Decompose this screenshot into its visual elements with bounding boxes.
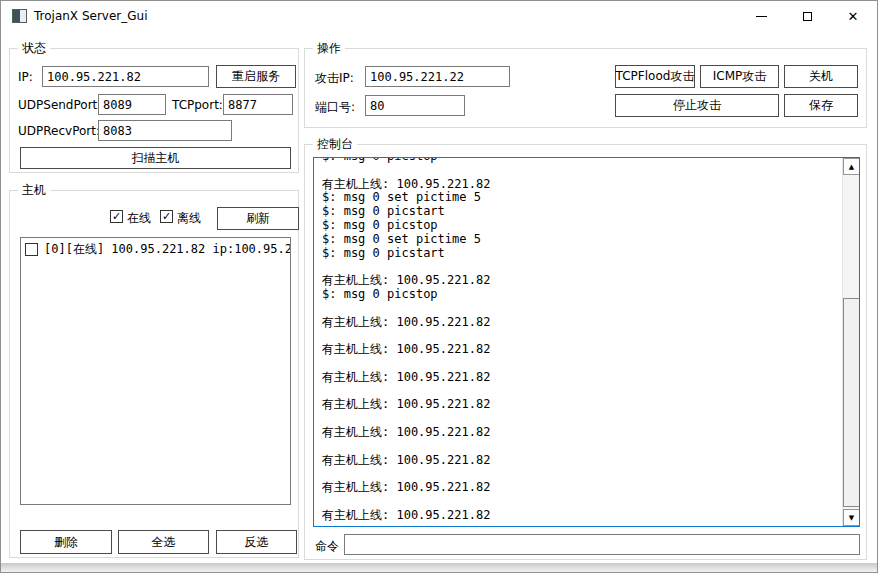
title-bar: TrojanX Server_Gui ✕	[1, 1, 877, 31]
console-line	[322, 260, 840, 274]
online-checkbox-label: 在线	[127, 210, 151, 227]
offline-checkbox[interactable]: ✓	[160, 210, 173, 223]
console-line: 有主机上线: 100.95.221.82	[322, 426, 840, 440]
save-button[interactable]: 保存	[784, 94, 858, 117]
console-line: 有主机上线: 100.95.221.82	[322, 316, 840, 330]
host-list-item[interactable]: ✓[0][在线] 100.95.221.82 ip:100.95.221.82 …	[21, 238, 290, 260]
console-line: $: msg 0 picstop	[322, 157, 840, 164]
console-line: 有主机上线: 100.95.221.82	[322, 398, 840, 412]
offline-checkbox-label: 离线	[177, 210, 201, 227]
udp-send-port-label: UDPSendPort:	[18, 98, 101, 112]
udp-recv-port-input[interactable]	[98, 120, 232, 141]
console-line: $: msg 0 picstop	[322, 219, 840, 233]
maximize-button[interactable]	[784, 2, 830, 30]
online-checkbox[interactable]: ✓	[110, 210, 123, 223]
scroll-up-icon: ▲	[849, 163, 854, 171]
minimize-icon	[756, 16, 767, 17]
delete-button[interactable]: 删除	[20, 530, 112, 554]
console-scrollbar[interactable]: ▲ ▼	[842, 158, 859, 526]
icmp-attack-button[interactable]: ICMP攻击	[700, 65, 779, 88]
console-line: $: msg 0 picstop	[322, 288, 840, 302]
command-label: 命令	[315, 538, 339, 555]
scroll-up-button[interactable]: ▲	[843, 158, 860, 175]
console-line: 有主机上线: 100.95.221.82	[322, 371, 840, 385]
hosts-group-title: 主机	[18, 182, 50, 199]
invert-selection-button[interactable]: 反选	[216, 530, 297, 554]
console-line: $: msg 0 set pictime 5	[322, 191, 840, 205]
command-input[interactable]	[344, 534, 860, 555]
stop-attack-button[interactable]: 停止攻击	[615, 94, 779, 117]
console-output[interactable]: $: msg 0 picstop 有主机上线: 100.95.221.82$: …	[313, 157, 860, 527]
console-line	[322, 440, 840, 454]
scrollbar-thumb[interactable]	[843, 298, 860, 507]
refresh-button[interactable]: 刷新	[217, 207, 299, 230]
minimize-button[interactable]	[738, 2, 784, 30]
console-line: 有主机上线: 100.95.221.82	[322, 454, 840, 468]
close-icon: ✕	[848, 10, 859, 23]
tcp-port-label: TCPport:	[172, 98, 223, 112]
udp-recv-port-label: UDPRecvPort:	[18, 124, 100, 138]
maximize-icon	[803, 12, 812, 21]
scroll-down-button[interactable]: ▼	[843, 509, 860, 526]
tcpflood-attack-button[interactable]: TCPFlood攻击	[615, 65, 695, 88]
console-line: 有主机上线: 100.95.221.82	[322, 178, 840, 192]
app-window: TrojanX Server_Gui ✕ 状态 IP: 重启服务 UDPSend…	[0, 0, 878, 573]
port-number-input[interactable]	[365, 95, 465, 116]
console-line: $: msg 0 set pictime 5	[322, 233, 840, 247]
host-item-label: [0][在线] 100.95.221.82 ip:100.95.221.82 :	[44, 241, 290, 258]
console-line	[322, 412, 840, 426]
app-icon[interactable]	[12, 9, 27, 23]
console-line: $: msg 0 picstart	[322, 247, 840, 261]
console-line: 有主机上线: 100.95.221.82	[322, 343, 840, 357]
tcp-port-input[interactable]	[223, 94, 293, 115]
status-group-title: 状态	[18, 40, 50, 57]
console-line	[322, 302, 840, 316]
console-line	[322, 467, 840, 481]
ip-label: IP:	[18, 70, 33, 84]
console-line: 有主机上线: 100.95.221.82	[322, 274, 840, 288]
select-all-button[interactable]: 全选	[118, 530, 209, 554]
console-line	[322, 329, 840, 343]
scan-hosts-button[interactable]: 扫描主机	[20, 147, 291, 169]
hosts-groupbox: 主机 ✓ 在线 ✓ 离线 刷新 ✓[0][在线] 100.95.221.82 i…	[9, 190, 299, 558]
console-line	[322, 357, 840, 371]
console-line: $: msg 0 picstart	[322, 205, 840, 219]
ip-input[interactable]	[42, 66, 209, 87]
console-line: 有主机上线: 100.95.221.82	[322, 481, 840, 495]
window-bottom-shadow	[1, 563, 877, 572]
port-number-label: 端口号:	[315, 99, 355, 116]
status-groupbox: 状态 IP: 重启服务 UDPSendPort: TCPport: UDPRec…	[9, 48, 299, 173]
attack-ip-label: 攻击IP:	[315, 70, 354, 87]
console-line	[322, 385, 840, 399]
operation-group-title: 操作	[313, 40, 345, 57]
console-line	[322, 495, 840, 509]
console-line: 有主机上线: 100.95.221.82	[322, 509, 840, 523]
udp-send-port-input[interactable]	[98, 94, 166, 115]
console-groupbox: 控制台 $: msg 0 picstop 有主机上线: 100.95.221.8…	[304, 144, 867, 560]
console-line	[322, 164, 840, 178]
scroll-down-icon: ▼	[849, 514, 854, 522]
attack-ip-input[interactable]	[365, 66, 510, 87]
close-button[interactable]: ✕	[830, 2, 876, 30]
operation-groupbox: 操作 攻击IP: 端口号: TCPFlood攻击 ICMP攻击 关机 停止攻击 …	[304, 48, 867, 128]
shutdown-button[interactable]: 关机	[784, 65, 858, 88]
host-list[interactable]: ✓[0][在线] 100.95.221.82 ip:100.95.221.82 …	[20, 237, 291, 505]
window-title: TrojanX Server_Gui	[34, 9, 148, 23]
host-item-checkbox[interactable]: ✓	[25, 243, 38, 256]
restart-service-button[interactable]: 重启服务	[216, 65, 296, 88]
console-group-title: 控制台	[313, 136, 357, 153]
console-output-text: $: msg 0 picstop 有主机上线: 100.95.221.82$: …	[314, 157, 840, 523]
